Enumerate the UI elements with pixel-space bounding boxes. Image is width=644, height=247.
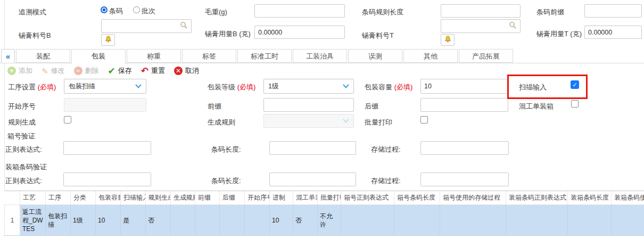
grid-header-box-regex: 箱号正则表达式 — [341, 191, 394, 204]
grid-header-row: 工艺 工序 分类 包装容量 扫描输入 规则生成 生成规则 前缀 后缀 开始序号 … — [4, 191, 644, 205]
check-icon: ✔ — [108, 67, 115, 76]
toolbar: + 添加 ✎ 修改 − 删除 ✔ 保存 ↶ 重置 ✕ 取消 — [7, 64, 199, 77]
save-button[interactable]: ✔ 保存 — [108, 66, 132, 76]
barcode-prefix-input[interactable] — [584, 4, 642, 18]
rule-generate-label: 规则生成 — [8, 118, 36, 127]
batch-print-checkbox[interactable] — [420, 116, 428, 124]
grid-header-capacity: 包装容量 — [96, 191, 121, 204]
grid-header-category: 分类 — [71, 191, 96, 204]
bell-icon — [444, 35, 452, 45]
search-icon[interactable] — [180, 21, 188, 31]
process-setting-label: 工序设置 (必填) — [8, 83, 56, 92]
trace-mode-label: 追溯模式 — [19, 7, 46, 17]
process-setting-select[interactable]: 包装扫描 — [64, 79, 146, 94]
results-grid: 工艺 工序 分类 包装容量 扫描输入 规则生成 生成规则 前缀 后缀 开始序号 … — [4, 191, 644, 236]
suffix-input[interactable] — [420, 98, 508, 112]
mixed-order-packing-checkbox[interactable] — [571, 100, 579, 108]
bell-icon — [104, 35, 112, 45]
cell-mixed-order: 否 — [295, 216, 302, 225]
packing-barcode-length-input[interactable] — [269, 172, 356, 186]
undo-arrow-icon: ↶ — [141, 67, 148, 76]
grid-header-prefix: 前缀 — [195, 191, 220, 204]
edit-button[interactable]: ✎ 修改 — [42, 66, 65, 76]
tab-label[interactable]: 标签 — [182, 49, 236, 63]
barcode-rule-length-label: 条码规则长度 — [362, 7, 403, 17]
tab-assembly[interactable]: 装配 — [16, 49, 70, 63]
radio-batch[interactable] — [133, 6, 140, 13]
packing-regex-input[interactable] — [63, 172, 151, 186]
add-button[interactable]: + 添加 — [7, 66, 32, 76]
required-tag: (必填) — [237, 83, 256, 91]
table-row[interactable]: 1 返工流程_DWTES 包装扫描 1级 10 是 否 10 否 不允许 — [4, 205, 644, 236]
gross-weight-label: 毛重(g) — [205, 7, 227, 17]
scan-input-label: 扫描输入 — [519, 83, 547, 92]
solder-b-amount-input[interactable] — [254, 26, 345, 39]
solder-t-search-input[interactable] — [441, 19, 521, 33]
panel-left-border — [4, 0, 5, 190]
grid-header-rownum — [4, 191, 20, 204]
cell-capacity: 10 — [98, 216, 105, 225]
radio-batch-label[interactable]: 批次 — [142, 6, 155, 16]
batch-print-label: 批量打印 — [365, 118, 392, 127]
tab-standard-hours[interactable]: 标准工时 — [237, 49, 292, 63]
solder-b-bell-button[interactable] — [101, 34, 115, 46]
add-icon: + — [7, 67, 16, 75]
grid-header-box-barcode-length: 箱号条码长度 — [394, 191, 440, 204]
required-tag: (必填) — [394, 83, 413, 91]
package-level-select[interactable]: 1级 — [263, 79, 354, 94]
close-icon: ✕ — [174, 67, 183, 75]
tab-packaging[interactable]: 包装 — [71, 49, 126, 64]
mixed-order-packing-label: 混工单装箱 — [519, 102, 554, 111]
tab-tooling[interactable]: 工装治具 — [293, 49, 347, 63]
collapse-tabs-button[interactable]: « — [1, 49, 15, 63]
tab-mistest[interactable]: 误测 — [348, 49, 402, 63]
reset-button[interactable]: ↶ 重置 — [141, 66, 165, 76]
grid-header-suffix: 后缀 — [220, 191, 245, 204]
box-regex-label: 正则表达式: — [5, 145, 42, 154]
cell-process-flow: 返工流程_DWTES — [22, 208, 43, 233]
package-capacity-label: 包装容量 (必填) — [365, 83, 412, 92]
box-barcode-length-label: 条码长度: — [211, 145, 241, 154]
solder-t-amount-input[interactable] — [584, 26, 642, 39]
rule-generate-checkbox[interactable] — [64, 116, 71, 124]
solder-b-search-input[interactable] — [101, 19, 192, 33]
barcode-rule-length-input[interactable] — [441, 4, 521, 18]
cancel-button[interactable]: ✕ 取消 — [174, 66, 199, 76]
grid-header-packing-barcode-length: 装箱条码长度 — [568, 191, 612, 204]
chevron-down-icon — [135, 83, 142, 90]
box-stored-proc-input[interactable] — [420, 141, 509, 155]
edit-pencil-icon: ✎ — [42, 67, 48, 75]
box-barcode-length-input[interactable] — [269, 141, 356, 155]
packing-barcode-length-label: 条码长度: — [211, 176, 241, 186]
packing-stored-proc-input[interactable] — [420, 172, 509, 186]
grid-header-operation: 工序 — [46, 191, 71, 204]
box-stored-proc-label: 存储过程: — [371, 145, 401, 154]
start-serial-label: 开始序号 — [8, 102, 36, 111]
grid-header-batch-print: 批量打印 — [318, 191, 341, 204]
tab-weighing[interactable]: 称重 — [127, 49, 181, 63]
gross-weight-input[interactable] — [254, 4, 345, 18]
start-serial-input — [64, 98, 146, 112]
cell-batch-print: 不允许 — [320, 212, 338, 229]
cell-scan-input: 是 — [123, 216, 129, 225]
scan-input-checkbox[interactable]: ✓ — [571, 80, 579, 89]
package-capacity-input[interactable] — [420, 79, 508, 94]
delete-button[interactable]: − 删除 — [74, 66, 99, 76]
box-regex-input[interactable] — [63, 141, 151, 155]
solder-t-bell-button[interactable] — [441, 34, 455, 46]
cell-rule-generate: 否 — [148, 216, 154, 225]
packing-stored-proc-label: 存储过程: — [371, 176, 401, 186]
tab-other[interactable]: 其他 — [403, 49, 458, 63]
cell-radix: 10 — [272, 216, 279, 225]
tab-product-expand[interactable]: 产品拓展 — [459, 49, 513, 63]
radio-barcode-label[interactable]: 条码 — [109, 6, 123, 16]
radio-barcode[interactable] — [101, 6, 108, 13]
barcode-prefix-label: 条码前缀 — [536, 7, 564, 17]
solder-b-amount-label: 锡膏用量B (克) — [205, 29, 251, 39]
solder-b-label: 锡膏料号B — [19, 31, 51, 40]
packing-regex-label: 正则表达式: — [5, 176, 42, 186]
prefix-input[interactable] — [263, 98, 354, 112]
search-icon[interactable] — [509, 21, 517, 31]
grid-header-radix: 进制 — [270, 191, 293, 204]
generate-rule-select — [263, 114, 354, 128]
